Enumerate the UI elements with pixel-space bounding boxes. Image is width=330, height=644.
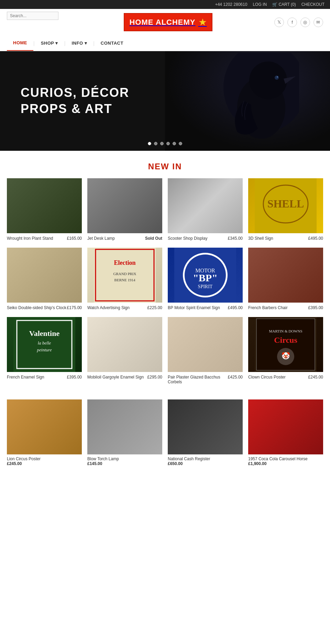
product-info: Watch Advertising Sign£225.00 (87, 303, 162, 312)
footer-product-card[interactable]: 1957 Coca Cola Carousel Horse£1,900.00 (248, 399, 323, 466)
product-info: Pair Plaster Glazed Bacchus Corbels£425.… (168, 372, 243, 386)
cart-link[interactable]: 🛒 CART (0) (272, 2, 296, 7)
product-card[interactable]: Scooter Shop Display£345.00 (168, 178, 243, 242)
footer-product-price: £1,900.00 (248, 461, 323, 466)
product-price: £225.00 (147, 305, 162, 310)
footer-product-card[interactable]: Blow Torch Lamp£145.00 (87, 399, 162, 466)
product-image (7, 248, 82, 303)
dot-5[interactable] (173, 142, 176, 145)
footer-product-name: 1957 Coca Cola Carousel Horse (248, 456, 323, 461)
product-image (87, 178, 162, 233)
product-info: Scooter Shop Display£345.00 (168, 233, 243, 242)
product-price: £425.00 (228, 375, 243, 380)
product-name: French Barbers Chair (248, 305, 308, 310)
twitter-icon[interactable]: 𝕏 (274, 18, 284, 27)
product-price: £495.00 (308, 236, 323, 241)
svg-text:"BP": "BP" (193, 272, 218, 283)
product-info: BP Motor Spirit Enamel Sign£495.00 (168, 303, 243, 312)
product-card[interactable]: Valentinela bellepeintureFrench Enamel S… (7, 317, 82, 386)
footer-product-name: Lion Circus Poster (7, 456, 82, 461)
product-price: £175.00 (67, 305, 82, 310)
product-card[interactable]: SHELL3D Shell Sign£495.00 (248, 178, 323, 242)
nav-shop[interactable]: SHOP ▾ (35, 36, 64, 50)
product-image: MARTIN & DOWNSCircus🤡 (248, 317, 323, 372)
footer-product-card[interactable]: Lion Circus Poster£245.00 (7, 399, 82, 466)
dot-1[interactable] (148, 142, 151, 145)
svg-text:SHELL: SHELL (267, 197, 304, 210)
product-info: Wrought Iron Plant Stand£165.00 (7, 233, 82, 242)
product-card[interactable]: French Barbers Chair£395.00 (248, 248, 323, 312)
footer-product-name: Blow Torch Lamp (87, 456, 162, 461)
footer-product-info: National Cash Register£650.00 (168, 454, 243, 466)
product-price: £245.00 (308, 375, 323, 380)
product-name: Mobiloil Gargoyle Enamel Sign (87, 375, 147, 380)
dot-2[interactable] (154, 142, 157, 145)
product-card[interactable]: MARTIN & DOWNSCircus🤡Clown Circus Poster… (248, 317, 323, 386)
login-link[interactable]: LOG IN (253, 2, 267, 7)
product-name: 3D Shell Sign (248, 236, 308, 241)
search-input[interactable] (7, 12, 58, 20)
facebook-icon[interactable]: f (287, 18, 297, 27)
product-image (168, 317, 243, 372)
product-info: Jet Desk LampSold Out (87, 233, 162, 242)
hero-dots (148, 142, 182, 145)
footer-product-info: Blow Torch Lamp£145.00 (87, 454, 162, 466)
search-wrapper (7, 12, 58, 20)
product-image: SHELL (248, 178, 323, 233)
product-name: Clown Circus Poster (248, 375, 308, 380)
cart-label: CART (0) (278, 2, 296, 7)
product-image (168, 178, 243, 233)
dot-3[interactable] (160, 142, 164, 145)
svg-text:🤡: 🤡 (282, 352, 290, 360)
cart-icon: 🛒 (272, 2, 277, 7)
product-card[interactable]: ElectionGRAND PRIXBERNE 1914Watch Advert… (87, 248, 162, 312)
hero-line1: CURIOS, DÉCOR (21, 85, 129, 101)
svg-text:MARTIN & DOWNS: MARTIN & DOWNS (269, 329, 302, 333)
product-name: Seiko Double-sided Ship's Clock (7, 305, 67, 310)
dot-6[interactable] (179, 142, 182, 145)
section-title: NEW IN (0, 151, 330, 178)
email-icon[interactable]: ✉ (314, 18, 323, 27)
logo[interactable]: HOME ALCHEMY ★ (124, 13, 212, 31)
product-image (7, 178, 82, 233)
svg-text:Circus: Circus (274, 336, 297, 344)
product-card[interactable]: Jet Desk LampSold Out (87, 178, 162, 242)
product-price: £495.00 (228, 305, 243, 310)
svg-text:Valentine: Valentine (29, 329, 60, 338)
footer-product-price: £245.00 (7, 461, 82, 466)
product-image: Valentinela bellepeinture (7, 317, 82, 372)
instagram-icon[interactable]: ◎ (300, 18, 310, 27)
dot-4[interactable] (166, 142, 170, 145)
product-card[interactable]: Seiko Double-sided Ship's Clock£175.00 (7, 248, 82, 312)
phone-number: +44 1202 280610 (215, 2, 248, 7)
footer-product-image (7, 399, 82, 454)
nav-info[interactable]: INFO ▾ (66, 36, 94, 50)
nav-contact[interactable]: CONTACT (95, 36, 130, 50)
product-image: MOTOR"BP"SPIRIT (168, 248, 243, 303)
footer-product-card[interactable]: National Cash Register£650.00 (168, 399, 243, 466)
svg-text:la belle: la belle (38, 340, 51, 346)
footer-product-info: Lion Circus Poster£245.00 (7, 454, 82, 466)
product-info: Seiko Double-sided Ship's Clock£175.00 (7, 303, 82, 312)
svg-text:SPIRIT: SPIRIT (198, 284, 213, 289)
product-name: Pair Plaster Glazed Bacchus Corbels (168, 375, 228, 384)
product-image (87, 317, 162, 372)
nav-home[interactable]: HOME (7, 35, 33, 51)
product-name: Jet Desk Lamp (87, 236, 144, 241)
footer-product-image (87, 399, 162, 454)
product-image: ElectionGRAND PRIXBERNE 1914 (87, 248, 162, 303)
product-card[interactable]: MOTOR"BP"SPIRITBP Motor Spirit Enamel Si… (168, 248, 243, 312)
product-info: Clown Circus Poster£245.00 (248, 372, 323, 381)
product-card[interactable]: Pair Plaster Glazed Bacchus Corbels£425.… (168, 317, 243, 386)
footer-product-image (248, 399, 323, 454)
footer-product-price: £650.00 (168, 461, 243, 466)
product-info: 3D Shell Sign£495.00 (248, 233, 323, 242)
footer-product-price: £145.00 (87, 461, 162, 466)
product-card[interactable]: Mobiloil Gargoyle Enamel Sign£295.00 (87, 317, 162, 386)
checkout-link[interactable]: CHECKOUT (301, 2, 324, 7)
product-price: £295.00 (147, 375, 162, 380)
main-nav: HOME | SHOP ▾ | INFO ▾ | CONTACT (0, 35, 330, 51)
header: HOME ALCHEMY ★ 𝕏 f ◎ ✉ (0, 9, 330, 35)
product-card[interactable]: Wrought Iron Plant Stand£165.00 (7, 178, 82, 242)
product-name: Scooter Shop Display (168, 236, 228, 241)
